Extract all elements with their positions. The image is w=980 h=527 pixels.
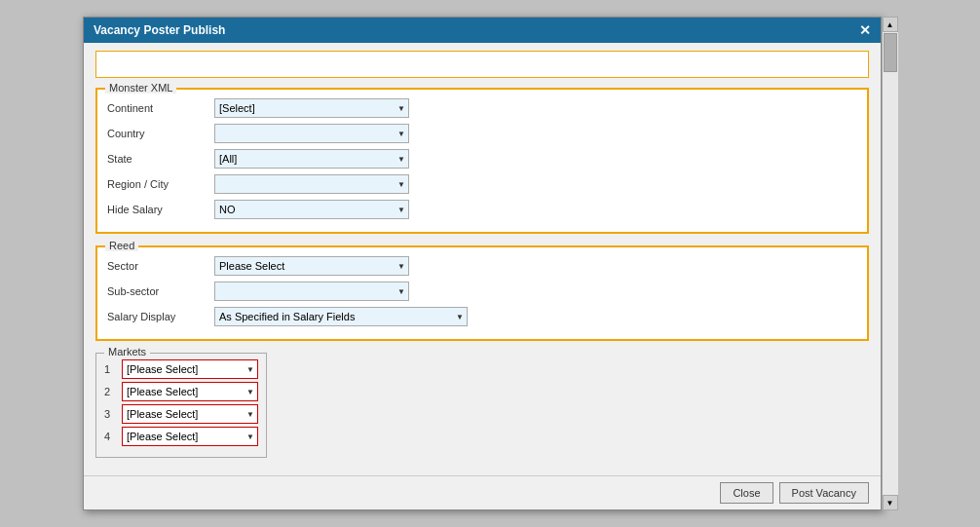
state-label: State (107, 153, 214, 165)
market-row-3: 3 [Please Select] (104, 404, 258, 424)
subsector-select-wrapper (214, 282, 409, 301)
markets-legend: Markets (104, 346, 150, 358)
scroll-thumb[interactable] (884, 33, 897, 72)
market-num-2: 2 (104, 386, 118, 397)
hide-salary-select[interactable]: NO (214, 200, 409, 219)
close-button[interactable]: Close (720, 482, 773, 504)
top-input-stub (95, 51, 869, 78)
hide-salary-label: Hide Salary (107, 204, 214, 215)
hide-salary-select-wrapper: NO (214, 200, 409, 219)
market-num-3: 3 (104, 408, 118, 420)
scrollbar: ▲ ▼ (882, 17, 897, 510)
reed-legend: Reed (105, 240, 138, 251)
market-select-4[interactable]: [Please Select] (122, 427, 258, 446)
market-num-4: 4 (104, 431, 118, 442)
subsector-select[interactable] (214, 282, 409, 301)
market-row-1: 1 [Please Select] (104, 359, 258, 379)
monster-xml-legend: Monster XML (105, 82, 176, 94)
market-select-wrapper-4: [Please Select] (122, 427, 258, 446)
scroll-track (883, 32, 898, 495)
subsector-row: Sub-sector (107, 281, 857, 302)
sector-select[interactable]: Please Select (214, 256, 409, 276)
state-select[interactable]: [All] (214, 149, 409, 169)
subsector-label: Sub-sector (107, 285, 214, 297)
continent-label: Continent (107, 102, 214, 114)
state-select-wrapper: [All] (214, 149, 409, 169)
sector-select-wrapper: Please Select (214, 256, 409, 276)
sector-label: Sector (107, 260, 214, 272)
post-vacancy-button[interactable]: Post Vacancy (779, 482, 869, 504)
salary-display-select[interactable]: As Specified in Salary Fields (214, 307, 468, 326)
market-num-1: 1 (104, 363, 118, 375)
dialog-body: Monster XML Continent [Select] Country (84, 43, 881, 475)
market-select-wrapper-2: [Please Select] (122, 382, 258, 401)
dialog-titlebar: Vacancy Poster Publish ✕ (84, 18, 881, 43)
market-row-4: 4 [Please Select] (104, 427, 258, 446)
salary-display-label: Salary Display (107, 311, 214, 322)
continent-select[interactable]: [Select] (214, 98, 409, 118)
dialog-vacancy-poster: Vacancy Poster Publish ✕ Monster XML Con… (83, 17, 882, 510)
salary-display-select-wrapper: As Specified in Salary Fields (214, 307, 468, 326)
salary-display-row: Salary Display As Specified in Salary Fi… (107, 306, 857, 327)
market-row-2: 2 [Please Select] (104, 382, 258, 401)
market-select-1[interactable]: [Please Select] (122, 359, 258, 379)
continent-row: Continent [Select] (107, 97, 857, 119)
country-select-wrapper (214, 124, 409, 143)
monster-xml-section: Monster XML Continent [Select] Country (95, 88, 869, 234)
dialog-footer: Close Post Vacancy (84, 475, 881, 509)
hide-salary-row: Hide Salary NO (107, 199, 857, 220)
country-select[interactable] (214, 124, 409, 143)
region-label: Region / City (107, 178, 214, 190)
scroll-down-arrow[interactable]: ▼ (883, 495, 898, 510)
close-icon[interactable]: ✕ (859, 23, 871, 37)
sector-row: Sector Please Select (107, 255, 857, 277)
country-row: Country (107, 123, 857, 144)
market-select-3[interactable]: [Please Select] (122, 404, 258, 424)
market-select-wrapper-1: [Please Select] (122, 359, 258, 379)
region-row: Region / City (107, 173, 857, 195)
continent-select-wrapper: [Select] (214, 98, 409, 118)
scroll-up-arrow[interactable]: ▲ (883, 17, 898, 32)
dialog-title: Vacancy Poster Publish (94, 23, 225, 37)
markets-section: Markets 1 [Please Select] 2 [Please Sele… (95, 353, 267, 458)
region-select[interactable] (214, 174, 409, 194)
country-label: Country (107, 128, 214, 139)
reed-section: Reed Sector Please Select Sub-sector (95, 245, 869, 341)
market-select-wrapper-3: [Please Select] (122, 404, 258, 424)
region-select-wrapper (214, 174, 409, 194)
state-row: State [All] (107, 148, 857, 169)
market-select-2[interactable]: [Please Select] (122, 382, 258, 401)
